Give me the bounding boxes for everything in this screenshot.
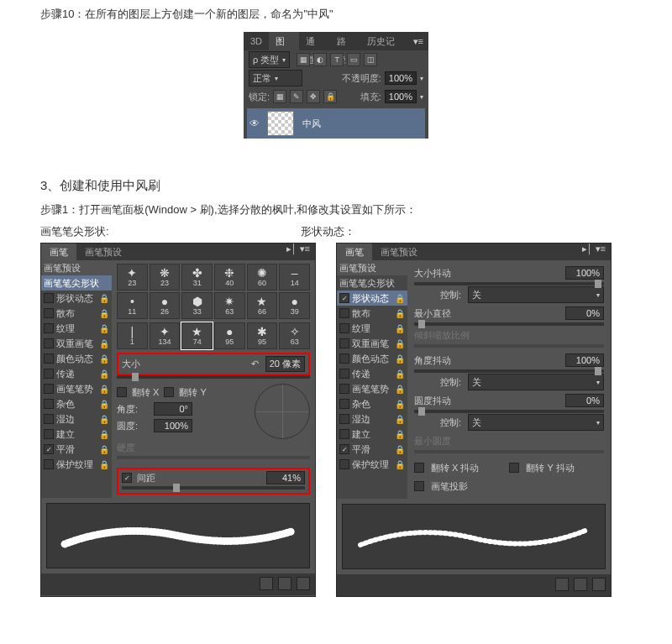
filter-adjust-icon[interactable]: ◐	[313, 53, 327, 66]
filter-pixel-icon[interactable]: ▦	[297, 53, 310, 66]
side-check[interactable]	[44, 293, 54, 303]
panel-menu-icon-a[interactable]: ▸│ ▾≡	[281, 243, 315, 260]
side-item[interactable]: 画笔笔势🔒	[337, 381, 407, 396]
fill-value[interactable]: 100%	[385, 90, 417, 103]
brush-thumb[interactable]: ✧63	[279, 322, 310, 349]
side-check[interactable]	[44, 369, 54, 379]
side-check[interactable]	[339, 459, 349, 469]
panel-menu-icon[interactable]: ▾≡	[408, 36, 428, 47]
kind-dropdown[interactable]: ρ 类型▾	[249, 51, 290, 68]
side-check[interactable]	[44, 399, 54, 409]
angle-preview[interactable]	[255, 384, 310, 439]
side-preset-hdr-a[interactable]: 画笔预设	[41, 260, 112, 275]
round-val[interactable]: 100%	[154, 419, 192, 432]
side-item[interactable]: 纹理🔒	[337, 321, 407, 336]
brush-thumb[interactable]: ❉40	[214, 264, 245, 291]
side-check[interactable]	[44, 429, 54, 439]
control-dd-2[interactable]: 关▾	[468, 374, 604, 390]
panel-menu-icon-b[interactable]: ▸│ ▾≡	[577, 243, 611, 260]
flipx-check[interactable]	[117, 387, 127, 397]
tab-brush-a[interactable]: 画笔	[41, 243, 76, 260]
round-jitter-slider[interactable]	[414, 410, 604, 413]
min-diam-val[interactable]: 0%	[565, 306, 604, 320]
side-item[interactable]: 形状动态🔒	[337, 291, 407, 306]
side-check[interactable]	[339, 338, 349, 348]
brush-thumb[interactable]: •11	[117, 292, 148, 319]
side-item[interactable]: 杂色🔒	[337, 396, 407, 411]
side-check[interactable]	[339, 414, 349, 424]
side-item[interactable]: 双重画笔🔒	[41, 336, 112, 351]
layer-row[interactable]: 👁 中风	[247, 108, 425, 139]
brush-thumb[interactable]: –14	[279, 264, 310, 291]
side-check[interactable]	[339, 444, 349, 454]
side-item[interactable]: 画笔笔尖形状	[337, 275, 407, 291]
side-item[interactable]: 平滑🔒	[41, 442, 112, 457]
ang-jitter-slider[interactable]	[414, 369, 604, 373]
side-check[interactable]	[339, 293, 349, 303]
lock-pos-icon[interactable]: ✥	[307, 90, 320, 103]
side-check[interactable]	[44, 444, 54, 454]
side-check[interactable]	[339, 353, 349, 364]
angle-val[interactable]: 0°	[154, 402, 192, 416]
side-item[interactable]: 湿边🔒	[337, 411, 407, 427]
brush-thumb[interactable]: ●39	[279, 292, 310, 319]
side-check[interactable]	[339, 323, 349, 333]
trash-icon-b[interactable]	[592, 578, 606, 591]
side-check[interactable]	[44, 338, 54, 348]
tab-brush-b[interactable]: 画笔	[337, 243, 372, 260]
control-dd-3[interactable]: 关▾	[468, 414, 604, 431]
tab-preset-b[interactable]: 画笔预设	[372, 243, 426, 260]
side-check[interactable]	[44, 459, 54, 469]
side-check[interactable]	[44, 384, 54, 394]
new-icon[interactable]	[278, 577, 291, 590]
brush-thumb[interactable]: ⬢33	[181, 292, 213, 319]
spacing-slider[interactable]	[122, 486, 305, 490]
side-item[interactable]: 建立🔒	[337, 427, 407, 442]
brush-thumb[interactable]: ✺60	[247, 264, 278, 291]
size-val[interactable]: 20 像素	[265, 356, 305, 372]
side-item[interactable]: 颜色动态🔒	[41, 351, 112, 366]
side-check[interactable]	[339, 384, 349, 394]
side-check[interactable]	[44, 414, 54, 424]
filter-shape-icon[interactable]: ▭	[347, 53, 360, 66]
control-dd-1[interactable]: 关▾	[468, 286, 604, 303]
flipx-j-check[interactable]	[414, 463, 424, 473]
brush-thumb[interactable]: ★74	[181, 322, 213, 349]
new-icon-b[interactable]	[574, 578, 587, 591]
side-item[interactable]: 画笔笔尖形状	[41, 275, 112, 291]
size-jitter-val[interactable]: 100%	[565, 266, 604, 280]
side-check[interactable]	[44, 308, 54, 318]
tab-preset-a[interactable]: 画笔预设	[76, 243, 130, 260]
spacing-check[interactable]	[122, 473, 132, 483]
toggle-icon-b[interactable]	[555, 578, 569, 591]
ang-jitter-val[interactable]: 100%	[565, 353, 604, 367]
brush-thumb[interactable]: ●95	[214, 322, 245, 349]
side-item[interactable]: 保护纹理🔒	[41, 457, 112, 472]
side-item[interactable]: 散布🔒	[337, 306, 407, 321]
brush-proj-check[interactable]	[414, 481, 424, 491]
trash-icon[interactable]	[297, 577, 310, 590]
spacing-val[interactable]: 41%	[266, 471, 305, 484]
undo-icon[interactable]: ↶	[251, 359, 259, 369]
side-item[interactable]: 杂色🔒	[41, 396, 112, 411]
brush-thumb[interactable]: ✦134	[150, 322, 181, 349]
visibility-eye-icon[interactable]: 👁	[247, 118, 262, 129]
brush-thumb[interactable]: ●26	[150, 292, 181, 319]
tab-history[interactable]: 历史记录	[360, 32, 408, 50]
min-diam-slider[interactable]	[414, 322, 604, 326]
side-item[interactable]: 画笔笔势🔒	[41, 381, 112, 396]
filter-smart-icon[interactable]: ◫	[364, 53, 377, 66]
side-item[interactable]: 散布🔒	[41, 306, 112, 321]
side-item[interactable]: 传递🔒	[337, 366, 407, 381]
blend-dropdown[interactable]: 正常▾	[249, 70, 302, 86]
brush-thumb[interactable]: ❋23	[150, 264, 181, 291]
brush-thumb[interactable]: ✱95	[247, 322, 278, 349]
flipy-check[interactable]	[164, 387, 174, 397]
tab-channels[interactable]: 通道	[299, 32, 329, 50]
layer-thumbnail[interactable]	[267, 111, 294, 136]
side-preset-hdr-b[interactable]: 画笔预设	[337, 260, 407, 275]
lock-all-icon[interactable]: 🔒	[323, 90, 337, 103]
lock-pixels-icon[interactable]: ✎	[290, 90, 303, 103]
side-item[interactable]: 双重画笔🔒	[337, 336, 407, 351]
side-item[interactable]: 平滑🔒	[337, 442, 407, 457]
